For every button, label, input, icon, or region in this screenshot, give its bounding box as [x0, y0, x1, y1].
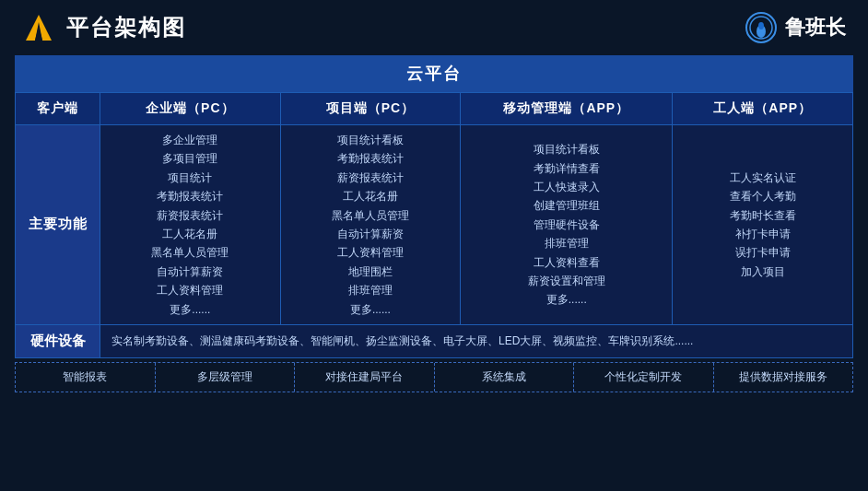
- list-item: 排班管理: [285, 281, 457, 299]
- list-item: 黑名单人员管理: [104, 243, 276, 262]
- list-item: 工人实名认证: [676, 169, 849, 187]
- list-item: 项目统计: [104, 169, 276, 187]
- list-item: 考勤详情查看: [464, 159, 668, 178]
- feature-custom: 个性化定制开发: [574, 363, 714, 392]
- hardware-label: 硬件设备: [16, 324, 100, 357]
- list-item: 薪资报表统计: [285, 169, 457, 187]
- list-item: 误打卡申请: [676, 243, 849, 262]
- list-item: 工人快速录入: [464, 178, 668, 196]
- list-item: 多项目管理: [104, 149, 276, 168]
- feature-data-service: 提供数据对接服务: [714, 363, 853, 392]
- list-item: 创建管理班组: [464, 196, 668, 215]
- list-item: 管理硬件设备: [464, 216, 668, 234]
- feature-smart-report: 智能报表: [16, 363, 156, 392]
- list-item: 工人花名册: [104, 225, 276, 243]
- enterprise-features: 多企业管理 多项目管理 项目统计 考勤报表统计 薪资报表统计 工人花名册 黑名单…: [100, 125, 281, 325]
- brand-logo: 鲁班长: [745, 11, 846, 44]
- list-item: 多企业管理: [104, 131, 276, 149]
- hardware-content: 实名制考勤设备、测温健康码考勤设备、智能闸机、扬尘监测设备、电子大屏、LED大屏…: [100, 324, 853, 357]
- list-item: 考勤报表统计: [285, 149, 457, 168]
- worker-feature-list: 工人实名认证 查看个人考勤 考勤时长查看 补打卡申请 误打卡申请 加入项目: [676, 169, 849, 281]
- list-item: 考勤时长查看: [676, 206, 849, 225]
- list-item: 项目统计看板: [464, 140, 668, 158]
- list-item: 黑名单人员管理: [285, 206, 457, 225]
- list-item: 项目统计看板: [285, 131, 457, 149]
- feature-integration: 系统集成: [435, 363, 575, 392]
- logo-icon: [22, 11, 55, 44]
- cloud-platform-bar: 云平台: [15, 55, 853, 92]
- list-item: 工人资料查看: [464, 253, 668, 272]
- column-headers-row: 客户端 企业端（PC） 项目端（PC） 移动管理端（APP） 工人端（APP）: [16, 93, 853, 125]
- list-item: 排班管理: [464, 234, 668, 252]
- bottom-features: 智能报表 多层级管理 对接住建局平台 系统集成 个性化定制开发 提供数据对接服务: [15, 362, 853, 392]
- list-item: 更多......: [464, 290, 668, 309]
- col-header-project: 项目端（PC）: [280, 93, 461, 125]
- page-title: 平台架构图: [66, 13, 186, 42]
- col-header-enterprise: 企业端（PC）: [100, 93, 281, 125]
- list-item: 工人资料管理: [285, 243, 457, 262]
- list-item: 更多......: [104, 300, 276, 319]
- mobile-features: 项目统计看板 考勤详情查看 工人快速录入 创建管理班组 管理硬件设备 排班管理 …: [461, 125, 673, 325]
- list-item: 薪资设置和管理: [464, 272, 668, 290]
- col-header-client: 客户端: [16, 93, 100, 125]
- list-item: 地理围栏: [285, 263, 457, 281]
- list-item: 工人资料管理: [104, 281, 276, 299]
- brand-icon: [745, 11, 778, 44]
- main-features-label: 主要功能: [16, 125, 100, 325]
- feature-government: 对接住建局平台: [295, 363, 435, 392]
- list-item: 查看个人考勤: [676, 187, 849, 205]
- platform-table: 客户端 企业端（PC） 项目端（PC） 移动管理端（APP） 工人端（APP） …: [15, 92, 853, 358]
- worker-features: 工人实名认证 查看个人考勤 考勤时长查看 补打卡申请 误打卡申请 加入项目: [673, 125, 853, 325]
- list-item: 加入项目: [676, 263, 849, 281]
- list-item: 工人花名册: [285, 187, 457, 205]
- col-header-worker: 工人端（APP）: [673, 93, 853, 125]
- list-item: 考勤报表统计: [104, 187, 276, 205]
- svg-point-5: [758, 22, 764, 29]
- list-item: 自动计算薪资: [285, 225, 457, 243]
- project-features: 项目统计看板 考勤报表统计 薪资报表统计 工人花名册 黑名单人员管理 自动计算薪…: [280, 125, 461, 325]
- header: 平台架构图 鲁班长: [0, 0, 868, 55]
- list-item: 更多......: [285, 300, 457, 319]
- hardware-row: 硬件设备 实名制考勤设备、测温健康码考勤设备、智能闸机、扬尘监测设备、电子大屏、…: [16, 324, 853, 357]
- main-features-row: 主要功能 多企业管理 多项目管理 项目统计 考勤报表统计 薪资报表统计 工人花名…: [16, 125, 853, 325]
- list-item: 薪资报表统计: [104, 206, 276, 225]
- main-content: 云平台 客户端 企业端（PC） 项目端（PC） 移动管理端（APP） 工人端（A…: [0, 55, 868, 400]
- list-item: 补打卡申请: [676, 225, 849, 243]
- feature-multilevel: 多层级管理: [156, 363, 296, 392]
- project-feature-list: 项目统计看板 考勤报表统计 薪资报表统计 工人花名册 黑名单人员管理 自动计算薪…: [285, 131, 457, 319]
- mobile-feature-list: 项目统计看板 考勤详情查看 工人快速录入 创建管理班组 管理硬件设备 排班管理 …: [464, 140, 668, 310]
- header-left: 平台架构图: [22, 11, 186, 44]
- col-header-mobile: 移动管理端（APP）: [461, 93, 673, 125]
- brand-name: 鲁班长: [785, 14, 846, 41]
- list-item: 自动计算薪资: [104, 263, 276, 281]
- enterprise-feature-list: 多企业管理 多项目管理 项目统计 考勤报表统计 薪资报表统计 工人花名册 黑名单…: [104, 131, 276, 319]
